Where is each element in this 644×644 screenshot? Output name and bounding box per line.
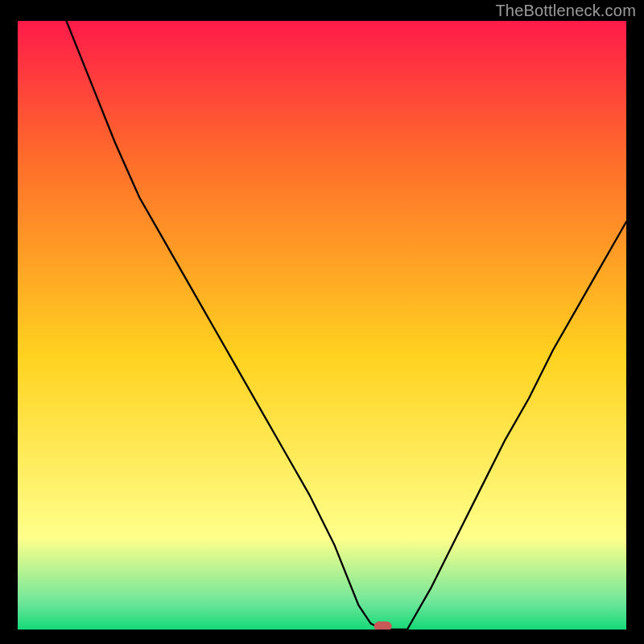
bottleneck-chart — [18, 21, 626, 630]
chart-container — [18, 21, 626, 630]
chart-background-gradient — [18, 21, 626, 630]
attribution-text: TheBottleneck.com — [495, 2, 636, 20]
optimum-marker — [374, 621, 392, 630]
app-frame: TheBottleneck.com — [0, 0, 644, 644]
